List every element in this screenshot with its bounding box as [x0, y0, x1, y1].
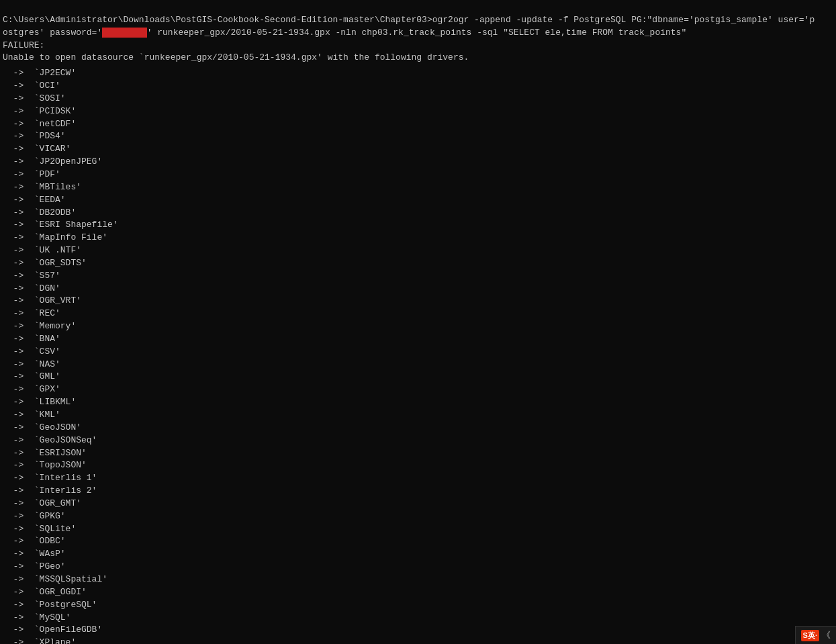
driver-item: -> `UK .NTF'	[3, 245, 81, 255]
driver-item: -> `ESRIJSON'	[3, 448, 87, 458]
driver-item: -> `XPlane'	[3, 637, 76, 644]
driver-item: -> `DGN'	[3, 283, 60, 293]
driver-item: -> `VICAR'	[3, 144, 71, 154]
driver-item: -> `SQLite'	[3, 524, 76, 534]
error-message: Unable to open datasource `runkeeper_gpx…	[3, 52, 469, 62]
driver-item: -> `MapInfo File'	[3, 232, 107, 242]
sougou-logo: S英·	[801, 630, 819, 641]
driver-item: -> `Interlis 1'	[3, 473, 97, 483]
driver-item: -> `PGeo'	[3, 561, 66, 571]
driver-item: -> `GeoJSONSeq'	[3, 435, 97, 445]
driver-item: -> `GPKG'	[3, 511, 66, 521]
failure-label: FAILURE:	[3, 40, 44, 50]
driver-item: -> `OGR_GMT'	[3, 498, 81, 508]
driver-item: -> `MSSQLSpatial'	[3, 574, 107, 584]
driver-item: -> `PDS4'	[3, 131, 66, 141]
driver-item: -> `LIBKML'	[3, 397, 76, 407]
driver-item: -> `OGR_VRT'	[3, 295, 81, 306]
driver-item: -> `SOSI'	[3, 93, 66, 103]
driver-item: -> `MySQL'	[3, 612, 71, 623]
input-method-label: 《	[822, 629, 831, 641]
driver-item: -> `PCIDSK'	[3, 106, 76, 116]
driver-item: -> `GPX'	[3, 384, 60, 394]
driver-item: -> `GeoJSON'	[3, 422, 81, 432]
driver-item: -> `S57'	[3, 271, 60, 281]
driver-item: -> `KML'	[3, 410, 60, 420]
driver-item: -> `PostgreSQL'	[3, 600, 97, 610]
driver-item: -> `BNA'	[3, 334, 60, 344]
driver-item: -> `NAS'	[3, 359, 60, 369]
driver-item: -> `OGR_OGDI'	[3, 587, 87, 597]
driver-item: -> `OCI'	[3, 81, 60, 91]
driver-item: -> `GML'	[3, 371, 60, 381]
driver-item: -> `WAsP'	[3, 549, 66, 559]
driver-item: -> `PDF'	[3, 169, 60, 179]
driver-item: -> `ODBC'	[3, 536, 66, 546]
terminal-window: C:\Users\Administrator\Downloads\PostGIS…	[0, 0, 836, 66]
driver-item: -> `REC'	[3, 308, 60, 318]
driver-item: -> `TopoJSON'	[3, 460, 87, 470]
driver-item: -> `DB2ODB'	[3, 208, 76, 218]
driver-item: -> `CSV'	[3, 347, 60, 357]
driver-item: -> `Interlis 2'	[3, 486, 97, 496]
taskbar-sougou[interactable]: S英· 《	[795, 626, 836, 644]
command-line: C:\Users\Administrator\Downloads\PostGIS…	[3, 15, 815, 38]
driver-item: -> `JP2ECW'	[3, 68, 76, 78]
driver-item: -> `MBTiles'	[3, 182, 81, 192]
driver-item: -> `Memory'	[3, 321, 76, 331]
driver-item: -> `EEDA'	[3, 195, 66, 205]
driver-item: -> `ESRI Shapefile'	[3, 220, 118, 230]
driver-list: -> `JP2ECW' -> `OCI' -> `SOSI' -> `PCIDS…	[0, 66, 836, 644]
driver-item: -> `netCDF'	[3, 119, 76, 129]
driver-item: -> `OpenFileGDB'	[3, 625, 102, 635]
driver-item: -> `OGR_SDTS'	[3, 258, 87, 268]
driver-item: -> `JP2OpenJPEG'	[3, 156, 102, 167]
